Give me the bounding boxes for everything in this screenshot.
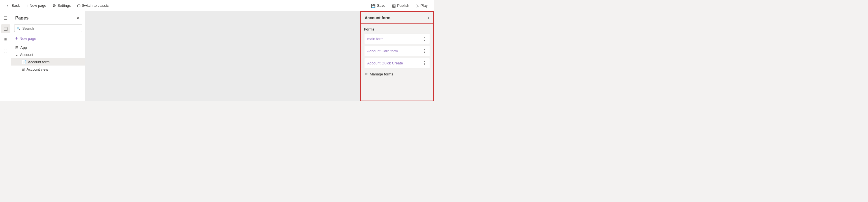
back-icon	[6, 3, 10, 8]
topbar-right: Save Publish Play	[368, 2, 431, 9]
save-button[interactable]: Save	[368, 2, 388, 9]
new-page-nav-button[interactable]: + New page	[11, 34, 85, 43]
publish-icon	[392, 3, 396, 8]
form-item-main[interactable]: main form	[364, 34, 430, 44]
app-icon: ⊞	[15, 45, 19, 50]
right-panel-body: Forms main form Account Card form Accoun…	[360, 24, 434, 101]
pages-header: Pages	[11, 11, 85, 24]
topbar: Back New page Settings Switch to classic…	[0, 0, 434, 11]
nav-item-app[interactable]: ⊞ App	[11, 44, 85, 51]
icon-rail	[0, 11, 11, 101]
pages-panel: Pages + New page ⊞ App ⌄ Account	[11, 11, 85, 101]
save-label: Save	[377, 3, 385, 8]
form-item-card[interactable]: Account Card form	[364, 46, 430, 56]
pages-title: Pages	[15, 16, 29, 21]
new-page-plus-icon: +	[15, 36, 18, 41]
settings-button[interactable]: Settings	[50, 2, 74, 9]
list-rail-icon[interactable]	[1, 35, 10, 44]
topbar-left: Back New page Settings Switch to classic	[3, 2, 367, 9]
forms-section-label: Forms	[364, 27, 430, 31]
switch-classic-button[interactable]: Switch to classic	[74, 2, 112, 9]
switch-label: Switch to classic	[82, 3, 109, 8]
manage-forms-button[interactable]: Manage forms	[364, 70, 394, 78]
content-area	[85, 11, 360, 101]
hamburger-sym	[4, 16, 8, 21]
search-box	[14, 25, 82, 32]
close-icon	[76, 16, 80, 20]
chevron-right-icon	[428, 15, 429, 21]
component-rail-icon[interactable]	[1, 46, 10, 55]
manage-forms-label: Manage forms	[370, 72, 393, 76]
grid-icon: ⊞	[22, 67, 25, 71]
account-view-label: Account view	[27, 67, 48, 71]
pages-sym	[4, 26, 8, 32]
close-pages-button[interactable]	[75, 15, 81, 21]
quick-create-form-label: Account Quick Create	[367, 61, 403, 65]
new-page-nav-label: New page	[20, 36, 36, 41]
nav-item-account[interactable]: ⌄ Account	[11, 51, 85, 58]
gear-icon	[53, 3, 56, 8]
right-panel: Account form Forms main form Account Car…	[360, 11, 434, 101]
list-sym	[4, 37, 7, 42]
nav-item-account-view[interactable]: ⊞ Account view	[11, 65, 85, 73]
quick-create-form-more-icon[interactable]	[422, 60, 427, 66]
search-input[interactable]	[22, 26, 80, 30]
component-sym	[3, 48, 8, 53]
settings-label: Settings	[58, 3, 71, 8]
account-form-label: Account form	[28, 60, 50, 64]
play-button[interactable]: Play	[413, 2, 431, 9]
back-label: Back	[11, 3, 20, 8]
pages-rail-icon[interactable]	[1, 24, 10, 33]
play-label: Play	[421, 3, 428, 8]
back-button[interactable]: Back	[3, 2, 23, 9]
nav-item-account-form[interactable]: 📄 Account form	[11, 58, 85, 65]
play-icon	[416, 3, 419, 8]
main-form-label: main form	[367, 37, 383, 41]
publish-button[interactable]: Publish	[389, 2, 412, 9]
save-icon	[371, 3, 375, 8]
publish-label: Publish	[397, 3, 409, 8]
hamburger-icon[interactable]	[1, 13, 10, 23]
main-layout: Pages + New page ⊞ App ⌄ Account	[0, 11, 434, 101]
form-item-quick-create[interactable]: Account Quick Create	[364, 58, 430, 68]
new-page-label: New page	[30, 3, 46, 8]
nav-tree: ⊞ App ⌄ Account 📄 Account form ⊞ Account…	[11, 43, 85, 101]
card-form-label: Account Card form	[367, 49, 398, 53]
app-label: App	[20, 46, 27, 50]
account-label: Account	[20, 53, 33, 57]
plus-icon	[26, 3, 28, 8]
search-icon	[17, 26, 21, 30]
chevron-down-icon: ⌄	[15, 53, 18, 57]
new-page-button[interactable]: New page	[23, 2, 49, 9]
doc-icon: 📄	[22, 60, 26, 64]
pencil-icon	[365, 72, 368, 76]
right-panel-header: Account form	[360, 11, 434, 24]
switch-icon	[77, 3, 81, 8]
card-form-more-icon[interactable]	[422, 48, 427, 54]
main-form-more-icon[interactable]	[422, 36, 427, 41]
right-panel-title: Account form	[365, 16, 391, 20]
